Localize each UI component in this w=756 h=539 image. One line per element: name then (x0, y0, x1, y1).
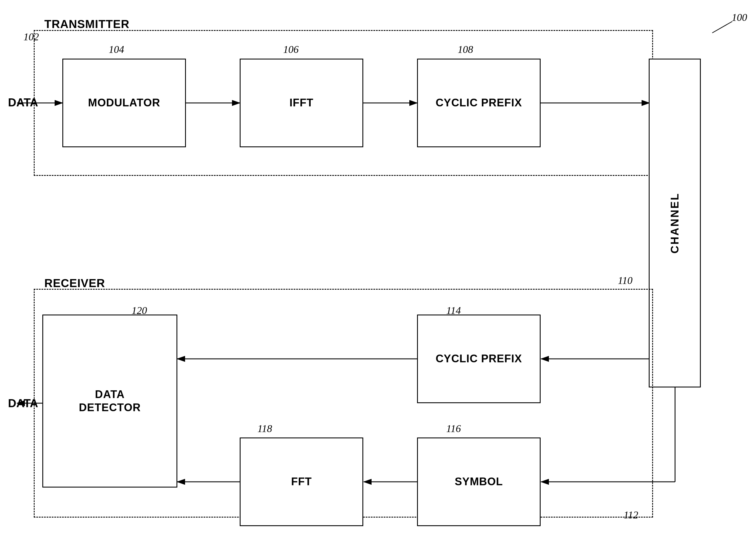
fft-block: FFT (240, 437, 363, 526)
data-output-label: DATA (8, 397, 38, 410)
data-input-label: DATA (8, 96, 38, 109)
channel-label: CHANNEL (669, 193, 681, 254)
ifft-label: IFFT (290, 96, 313, 110)
cyclic-prefix-rx-block: CYCLIC PREFIX (417, 315, 541, 403)
symbol-label: SYMBOL (455, 475, 503, 489)
ref-102: 102 (24, 31, 39, 43)
channel-block: CHANNEL (649, 59, 701, 387)
fft-label: FFT (291, 475, 312, 489)
cyclic-prefix-tx-label: CYCLIC PREFIX (436, 96, 522, 110)
modulator-label: MODULATOR (88, 96, 160, 110)
data-detector-block: DATADETECTOR (42, 315, 177, 488)
diagram-container: 100 TRANSMITTER 102 104 106 108 DATA MOD… (0, 0, 756, 539)
modulator-block: MODULATOR (62, 59, 186, 147)
ref-118: 118 (257, 423, 272, 435)
ref-104: 104 (109, 43, 124, 55)
ref-108: 108 (458, 43, 473, 55)
transmitter-label: TRANSMITTER (44, 18, 129, 31)
ref-116: 116 (446, 423, 461, 435)
ref-112: 112 (624, 509, 638, 521)
ref-106: 106 (283, 43, 298, 55)
data-detector-label: DATADETECTOR (79, 388, 141, 414)
cyclic-prefix-rx-label: CYCLIC PREFIX (436, 352, 522, 365)
ref-110: 110 (618, 274, 632, 286)
symbol-block: SYMBOL (417, 437, 541, 526)
ref-100: 100 (732, 11, 747, 24)
svg-line-14 (712, 22, 732, 33)
cyclic-prefix-tx-block: CYCLIC PREFIX (417, 59, 541, 147)
receiver-label: RECEIVER (44, 277, 105, 290)
ifft-block: IFFT (240, 59, 363, 147)
